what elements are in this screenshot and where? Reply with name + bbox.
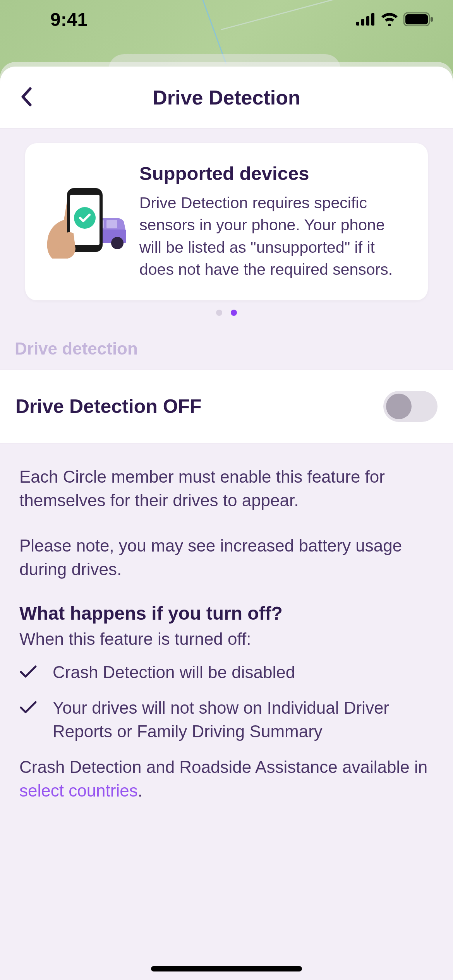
select-countries-link[interactable]: select countries — [19, 781, 138, 800]
battery-icon — [403, 12, 434, 26]
footer-prefix: Crash Detection and Roadside Assistance … — [19, 757, 427, 776]
bullet-text-2: Your drives will not show on Individual … — [53, 696, 434, 744]
info-para-1: Each Circle member must enable this feat… — [19, 465, 434, 512]
card-content: Supported devices Drive Detection requir… — [139, 163, 410, 281]
svg-point-9 — [111, 237, 124, 249]
status-icons — [356, 12, 434, 26]
page-title: Drive Detection — [153, 86, 300, 109]
header: Drive Detection — [0, 67, 453, 128]
info-heading: What happens if you turn off? — [19, 603, 434, 624]
section-label: Drive detection — [0, 335, 453, 369]
card-body: Drive Detection requires specific sensor… — [139, 192, 410, 281]
footer-suffix: . — [138, 781, 142, 800]
check-icon — [19, 701, 37, 744]
page-dot-2 — [231, 310, 237, 316]
svg-rect-0 — [356, 22, 359, 26]
info-card[interactable]: Supported devices Drive Detection requir… — [25, 143, 428, 300]
check-icon — [19, 665, 37, 684]
back-button[interactable] — [19, 86, 33, 109]
toggle-label: Drive Detection OFF — [15, 395, 202, 418]
page-dot-1 — [216, 310, 222, 316]
svg-rect-11 — [106, 220, 117, 228]
status-bar: 9:41 — [0, 0, 453, 39]
bullet-text-1: Crash Detection will be disabled — [53, 660, 295, 684]
chevron-left-icon — [19, 86, 33, 107]
phone-car-illustration — [41, 181, 126, 262]
card-illustration — [39, 163, 128, 281]
status-time: 9:41 — [50, 9, 88, 30]
card-title: Supported devices — [139, 163, 410, 184]
footer-text: Crash Detection and Roadside Assistance … — [19, 755, 434, 803]
info-para-2: Please note, you may see increased batte… — [19, 534, 434, 581]
drive-detection-toggle[interactable] — [383, 391, 438, 422]
svg-rect-3 — [371, 13, 374, 26]
wifi-icon — [380, 13, 399, 26]
svg-rect-5 — [405, 14, 428, 24]
toggle-row: Drive Detection OFF — [0, 369, 453, 444]
bullet-row-1: Crash Detection will be disabled — [19, 660, 434, 684]
svg-rect-1 — [361, 19, 364, 26]
bullet-row-2: Your drives will not show on Individual … — [19, 696, 434, 744]
page-indicator[interactable] — [0, 310, 453, 316]
info-subheading: When this feature is turned off: — [19, 629, 434, 649]
cellular-icon — [356, 13, 376, 26]
svg-rect-2 — [366, 16, 369, 26]
svg-rect-6 — [431, 17, 433, 22]
toggle-knob — [386, 394, 412, 419]
main-sheet: Drive Detection Supported devices Drive … — [0, 67, 453, 980]
home-indicator[interactable] — [151, 966, 302, 971]
info-section: Each Circle member must enable this feat… — [0, 444, 453, 824]
